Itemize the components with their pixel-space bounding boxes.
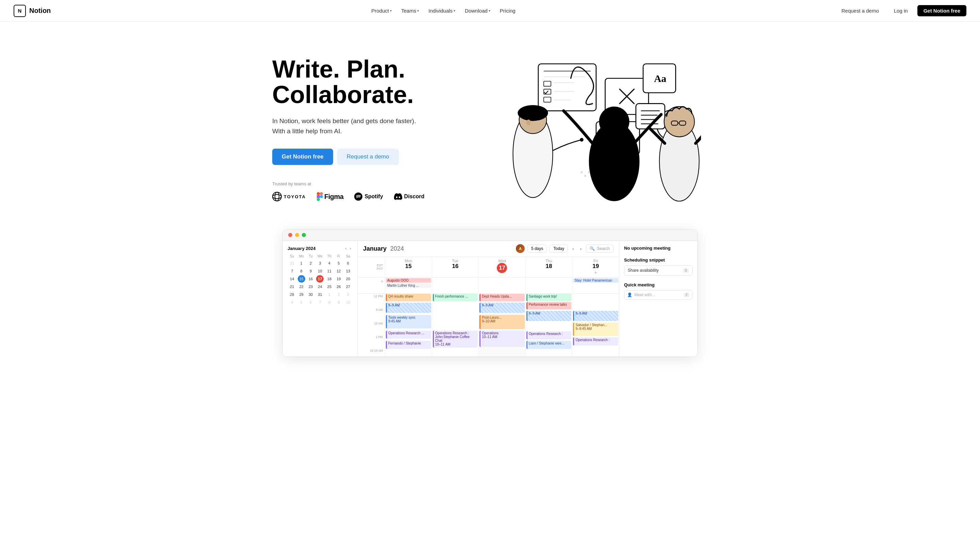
mini-cal-day[interactable]: 13 [344, 267, 352, 275]
calendar-event[interactable]: Finish performance ... [433, 294, 478, 301]
mini-cal-day[interactable]: 23 [307, 283, 314, 291]
calendar-event[interactable]: Operations Research ... [386, 331, 431, 339]
mini-cal-day[interactable]: 10 [344, 299, 352, 306]
mini-cal-nav: ‹ › [344, 246, 353, 251]
mini-cal-day[interactable]: 15 [298, 275, 305, 283]
calendar-next-button[interactable]: › [579, 245, 583, 253]
mini-cal-day[interactable]: 22 [298, 283, 305, 291]
calendar-event[interactable]: Salvador / Stephan...9–9:45 AM [573, 323, 618, 336]
calendar-header-left: January 2024 [363, 245, 404, 253]
calendar-event[interactable]: Q4 results share [386, 294, 431, 301]
mini-cal-prev-button[interactable]: ‹ [344, 246, 348, 251]
calendar-event[interactable]: 8–9 AM [573, 311, 618, 321]
request-demo-button[interactable]: Request a demo [836, 5, 885, 16]
mini-cal-day[interactable]: 20 [344, 275, 352, 283]
mini-cal-day[interactable]: 28 [288, 291, 296, 298]
nav-download[interactable]: Download ▾ [461, 6, 495, 16]
calendar-event[interactable]: Santiago work trip! [527, 294, 572, 301]
mini-cal-day[interactable]: 11 [326, 267, 333, 275]
mini-cal-next-button[interactable]: › [348, 246, 353, 251]
mini-cal-day[interactable]: 24 [316, 283, 324, 291]
mini-cal-day[interactable]: 10 [316, 267, 324, 275]
mini-cal-day[interactable]: 21 [288, 283, 296, 291]
calendar-event[interactable]: Liam / Stephanie wee... [527, 341, 572, 349]
mini-cal-day[interactable]: 26 [335, 283, 342, 291]
mini-cal-day[interactable]: 2 [307, 259, 314, 267]
calendar-prev-button[interactable]: ‹ [571, 245, 576, 253]
calendar-event[interactable]: Post-Launc...9–10 AM [479, 315, 525, 329]
share-availability-button[interactable]: Share availability S [624, 265, 692, 275]
calendar-month: January [363, 245, 387, 252]
calendar-search[interactable]: 🔍 Search [586, 245, 614, 253]
login-button[interactable]: Log in [888, 5, 913, 16]
mini-cal-day[interactable]: 8 [326, 299, 333, 306]
hero-get-notion-free-button[interactable]: Get Notion free [272, 149, 333, 165]
calendar-event[interactable]: Operations10–11 AM [479, 331, 525, 347]
mini-cal-day[interactable]: 14 [288, 275, 296, 283]
scheduling-snippet-title: Scheduling snippet [624, 257, 692, 262]
mini-cal-day[interactable]: 5 [298, 299, 305, 306]
calendar-event[interactable]: Operations Research : [527, 331, 572, 339]
mini-cal-day[interactable]: 27 [344, 283, 352, 291]
mini-cal-day[interactable]: 7 [288, 267, 296, 275]
mini-cal-day[interactable]: 12 [335, 267, 342, 275]
mini-cal-day[interactable]: 30 [307, 291, 314, 298]
mini-cal-day[interactable]: 29 [298, 291, 305, 298]
mini-cal-day[interactable]: 3 [344, 291, 352, 298]
calendar-event[interactable]: Tools weekly sync9:45 AM [386, 315, 431, 329]
calendar-event[interactable]: 8–9 AM [527, 311, 572, 321]
calendar-event[interactable]: Dept Heads Upda... [479, 294, 525, 301]
mini-cal-day[interactable]: 9 [307, 267, 314, 275]
calendar-event[interactable]: Performance review talks [527, 302, 572, 310]
mini-cal-day[interactable]: 25 [326, 283, 333, 291]
hero-buttons: Get Notion free Request a demo [272, 149, 463, 165]
mini-cal-day[interactable]: 6 [344, 259, 352, 267]
calendar-event[interactable]: Operations Research : [573, 337, 618, 346]
logo-icon: N [14, 5, 26, 17]
calendar-event[interactable]: 8–9 AM [479, 303, 525, 313]
logo[interactable]: N Notion [14, 5, 51, 17]
get-notion-free-button[interactable]: Get Notion free [917, 5, 966, 16]
mini-cal-day[interactable]: 8 [298, 267, 305, 275]
allday-event[interactable]: Stay: Hotel Panamerican [573, 278, 618, 283]
figma-logo: Figma [317, 192, 343, 201]
calendar-header-bar: January 2024 A 5 days Today ‹ › 🔍 Search [358, 241, 619, 257]
mini-cal-day[interactable]: 7 [316, 299, 324, 306]
nav-product[interactable]: Product ▾ [367, 6, 396, 16]
calendar-event[interactable]: Fernando / Stephanie [386, 341, 431, 349]
calendar-event[interactable]: 8–9 AM [386, 303, 431, 313]
mini-cal-day[interactable]: 4 [326, 259, 333, 267]
mini-cal-day[interactable]: 5 [335, 259, 342, 267]
time-slot: 10 AM [358, 321, 385, 335]
calendar-event[interactable]: Operations Research : John:Stephanie Cof… [433, 331, 478, 348]
allday-event[interactable]: Augusto OOO [386, 278, 431, 283]
meet-with-kbd: F [684, 293, 689, 297]
nav-pricing[interactable]: Pricing [496, 6, 520, 16]
allday-event[interactable]: Martin Luther King ... [386, 283, 431, 288]
svg-point-34 [527, 119, 531, 125]
mini-cal-day[interactable]: 2 [335, 291, 342, 298]
hero-request-demo-button[interactable]: Request a demo [337, 149, 399, 165]
mini-cal-day[interactable]: 19 [335, 275, 342, 283]
meet-with-row[interactable]: 👤 Meet with... F [624, 290, 692, 300]
calendar-days-button[interactable]: 5 days [527, 245, 547, 253]
nav-teams[interactable]: Teams ▾ [397, 6, 423, 16]
add-event-icon[interactable]: + [574, 270, 617, 275]
mini-cal-day[interactable]: 9 [335, 299, 342, 306]
mini-cal-day[interactable]: 31 [288, 259, 296, 267]
mini-cal-day[interactable]: 1 [326, 291, 333, 298]
calendar-today-button[interactable]: Today [550, 245, 568, 253]
toyota-text: TOYOTA [284, 194, 306, 199]
mini-cal-day-today[interactable]: 17 [316, 275, 324, 283]
cal-col-header-tue: Tue 16 [432, 257, 479, 277]
mini-cal-day[interactable]: 6 [307, 299, 314, 306]
mini-cal-day[interactable]: 3 [316, 259, 324, 267]
calendar-main: January 2024 A 5 days Today ‹ › 🔍 Search [358, 241, 619, 356]
mini-cal-day[interactable]: 18 [326, 275, 333, 283]
nav-individuals[interactable]: Individuals ▾ [424, 6, 460, 16]
toyota-logo: TOYOTA [272, 192, 306, 201]
mini-cal-day[interactable]: 31 [316, 291, 324, 298]
mini-cal-day[interactable]: 1 [298, 259, 305, 267]
mini-cal-day[interactable]: 4 [288, 299, 296, 306]
mini-cal-day[interactable]: 16 [307, 275, 314, 283]
